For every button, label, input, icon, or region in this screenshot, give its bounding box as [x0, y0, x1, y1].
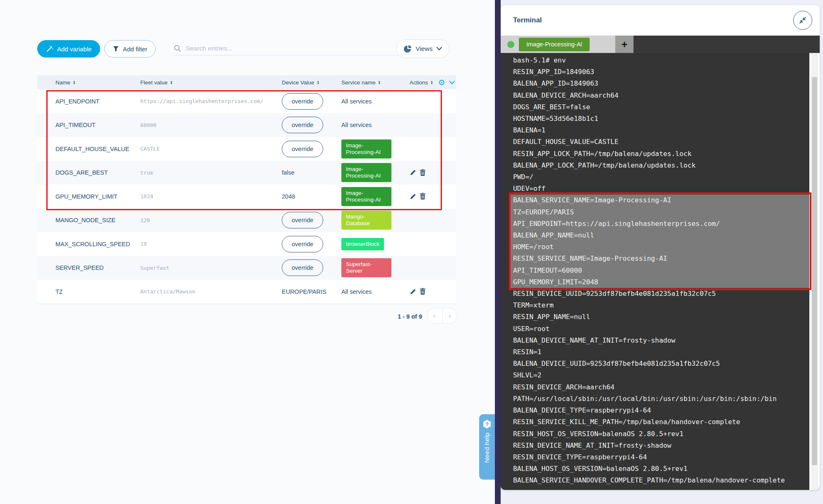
override-button[interactable]: override [282, 236, 323, 252]
service-badge: Image-Processing-AI [341, 187, 391, 206]
sort-icon[interactable]: ▲▼ [317, 80, 319, 85]
terminal-line: API_TIMEOUT=60000 [509, 265, 811, 276]
service-name-cell: Image-Processing-AI [341, 163, 410, 182]
terminal-line: BALENA=1 [513, 125, 811, 136]
terminal-line: BALENA_DEVICE_NAME_AT_INIT=frosty-shadow [513, 335, 811, 346]
table-header: Name ▲▼ Fleet value ▲▼ Device Value ▲▼ S… [37, 75, 456, 89]
sort-icon[interactable]: ▲▼ [430, 80, 433, 85]
service-status-dot [507, 41, 514, 48]
new-terminal-tab-button[interactable]: + [615, 36, 633, 53]
terminal-line: BALENA_DEVICE_TYPE=raspberrypi4-64 [513, 405, 811, 416]
variables-table: Name ▲▼ Fleet value ▲▼ Device Value ▲▼ S… [37, 75, 456, 304]
edit-pencil-icon[interactable] [410, 169, 416, 176]
table-row: TZAntarctica/MawsonEUROPE/PARISAll servi… [37, 280, 456, 304]
add-variable-button[interactable]: Add variable [37, 40, 100, 58]
variable-name: MANGO_NODE_SIZE [37, 217, 140, 223]
terminal-line: BALENA_APP_NAME=null [509, 230, 811, 241]
fleet-value-cell: CASTLE [140, 146, 282, 152]
terminal-line: RESIN_APP_LOCK_PATH=/tmp/balena/updates.… [513, 148, 811, 160]
service-name-text: All services [341, 122, 372, 128]
variable-name: DOGS_ARE_BEST [37, 169, 140, 176]
fleet-value: Superfast [140, 265, 169, 271]
override-button[interactable]: override [282, 117, 323, 133]
terminal-tab-image-processing-ai[interactable]: Image-Processing-AI [519, 38, 590, 51]
device-value-text: false [282, 169, 295, 176]
search-input[interactable] [186, 45, 406, 52]
terminal-line: API_ENDPOINT=https://api.singlehashenter… [509, 218, 811, 230]
terminal-line: DOGS_ARE_BEST=false [513, 101, 811, 113]
terminal-line: DEFAULT_HOUSE_VALUE=CASTLE [513, 136, 811, 148]
views-label: Views [415, 45, 432, 53]
row-actions [410, 169, 456, 176]
service-name-cell: Image-Processing-AI [341, 139, 410, 158]
sort-icon[interactable]: ▲▼ [73, 80, 75, 85]
terminal-line: RESIN_APP_ID=1849063 [513, 66, 811, 78]
fleet-value: Antarctica/Mawson [140, 288, 195, 295]
previous-page-button[interactable]: ‹ [427, 308, 443, 323]
filter-funnel-icon [113, 46, 119, 52]
terminal-line: RESIN_DEVICE_UUID=9253df87befb4e081d235a… [513, 288, 811, 300]
service-badge: Image-Processing-AI [341, 139, 391, 158]
device-value-cell: override [282, 259, 341, 276]
table-body: API_ENDPOINThttps://api.singlehashenterp… [37, 89, 456, 304]
delete-trash-icon[interactable] [420, 193, 426, 200]
device-value-text: 2048 [282, 193, 295, 200]
terminal-line: SHLVL=2 [513, 370, 811, 381]
collapse-terminal-button[interactable] [793, 11, 812, 30]
service-name-cell: All services [341, 98, 410, 105]
need-help-tab[interactable]: ? Need help [479, 414, 495, 480]
table-row: MANGO_NODE_SIZE120overrideMango-Database [37, 209, 456, 233]
column-header-fleet-value: Fleet value [140, 79, 168, 86]
override-button[interactable]: override [282, 141, 323, 157]
terminal-line: PATH=/usr/local/sbin:/usr/local/bin:/usr… [513, 393, 811, 405]
magic-wand-icon [46, 45, 53, 53]
terminal-line: GPU_MEMORY_LIMIT=2048 [509, 276, 811, 288]
add-filter-button[interactable]: Add filter [104, 40, 156, 58]
edit-pencil-icon[interactable] [410, 288, 416, 295]
delete-trash-icon[interactable] [420, 169, 426, 176]
terminal-line: RESIN_DEVICE_TYPE=raspberrypi4-64 [513, 451, 811, 463]
table-row: API_ENDPOINThttps://api.singlehashenterp… [37, 89, 456, 113]
terminal-title: Terminal [513, 16, 542, 24]
terminal-lines: bash-5.1# envRESIN_APP_ID=1849063BALENA_… [501, 55, 811, 487]
terminal-header: Terminal [501, 5, 820, 36]
add-filter-label: Add filter [123, 46, 147, 53]
edit-pencil-icon[interactable] [410, 193, 416, 200]
pagination-label: 1 - 9 of 9 [376, 313, 422, 320]
sort-icon[interactable]: ▲▼ [170, 80, 173, 85]
chevron-down-icon[interactable] [449, 81, 455, 84]
next-page-button[interactable]: › [443, 308, 458, 323]
fleet-value-cell: true [140, 170, 282, 176]
variable-name: DEFAULT_HOUSE_VALUE [37, 146, 140, 152]
variable-name: MAX_SCROLLING_SPEED [37, 241, 140, 247]
table-row: DOGS_ARE_BESTtruefalseImage-Processing-A… [37, 161, 456, 185]
chevron-down-icon [437, 47, 442, 50]
terminal-line: bash-5.1# env [513, 55, 811, 66]
views-button[interactable]: Views [396, 39, 449, 58]
terminal-line: BALENA_HOST_OS_VERSION=balenaOS 2.80.5+r… [513, 463, 811, 475]
variable-name: GPU_MEMORY_LIMIT [37, 193, 140, 200]
terminal-output[interactable]: bash-5.1# envRESIN_APP_ID=1849063BALENA_… [501, 53, 820, 490]
column-header-actions: Actions [410, 79, 428, 86]
variable-name: API_ENDPOINT [37, 98, 140, 105]
table-row: SERVER_SPEEDSuperfastoverrideSuperfast-S… [37, 256, 456, 280]
fleet-value-cell: 19 [140, 241, 282, 247]
terminal-panel: Terminal Image-Processing-AI + [501, 0, 823, 504]
override-button[interactable]: override [282, 93, 323, 110]
fleet-value: CASTLE [140, 146, 160, 152]
override-button[interactable]: override [282, 259, 323, 276]
service-name-cell: Superfast-Server [341, 258, 410, 277]
service-name-cell: All services [341, 288, 410, 295]
override-button[interactable]: override [282, 212, 323, 228]
terminal-line: HOSTNAME=53d56e18b1c1 [513, 113, 811, 125]
page: Add variable Add filter Views [0, 0, 823, 504]
delete-trash-icon[interactable] [420, 288, 426, 295]
panel-divider [495, 0, 501, 504]
fleet-value: 19 [140, 241, 147, 247]
terminal-line: BALENA_DEVICE_ARCH=aarch64 [513, 90, 811, 101]
scrollbar-thumb[interactable] [812, 77, 817, 465]
sort-icon[interactable]: ▲▼ [378, 80, 381, 85]
service-badge: browserBlock [341, 238, 384, 250]
column-settings-gear-icon[interactable]: ⚙ [438, 79, 445, 86]
svg-text:?: ? [485, 421, 489, 427]
